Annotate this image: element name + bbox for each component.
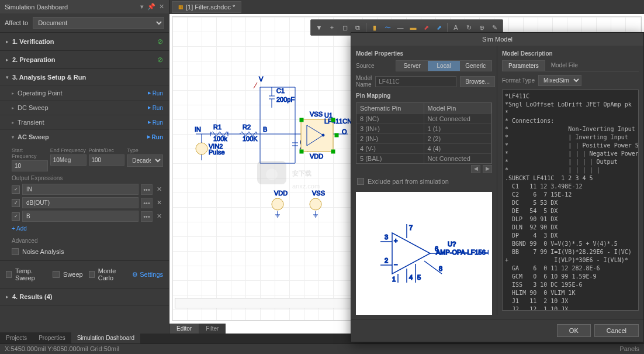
rotate-icon[interactable]: ↻ [463,22,475,33]
source-local-button[interactable]: Local [428,61,459,71]
table-row[interactable]: 8 (NC)Not Connected [356,114,491,123]
remove-button[interactable]: ✕ [155,212,163,220]
model-name-input[interactable] [375,76,456,87]
svg-text:2: 2 [385,257,388,264]
svg-text:+: + [394,237,397,244]
analysis-ac-sweep[interactable]: ▾ AC Sweep Run [0,129,169,144]
svg-text:Pulse: Pulse [209,149,225,156]
chevron-down-icon: ▾ [6,74,9,80]
tab-projects[interactable]: Projects [0,332,33,343]
expression-input[interactable]: B [22,211,139,222]
tab-properties[interactable]: Properties [33,332,71,343]
checkbox[interactable]: ✓ [12,185,20,194]
analysis-transient[interactable]: ▸ Transient Run [0,115,169,129]
square-icon[interactable]: ◻ [339,22,351,33]
schematic-drawing: IN R1 100k R2 100K C1 200pF C2 42pF [184,70,359,222]
checkbox[interactable]: ✓ [12,199,20,207]
next-tab-icon[interactable]: ▶ [483,165,492,173]
more-button[interactable]: ••• [141,198,153,208]
file-tab[interactable]: ▦ [1] Filter.schdoc * [172,1,241,13]
pin-icon[interactable]: ▾ [140,3,144,11]
svg-text:VDD: VDD [274,190,288,197]
end-freq-input[interactable] [50,154,86,166]
text-icon[interactable]: A [450,22,462,33]
svg-text:200pF: 200pF [276,96,295,103]
ruler-icon[interactable]: ▮ [369,22,380,33]
checkbox[interactable]: ✓ [12,212,20,221]
svg-text:VSS: VSS [312,190,325,197]
more-button[interactable]: ••• [141,211,153,222]
svg-rect-33 [335,133,338,137]
section-results[interactable]: ▸ 4. Results (4) [0,288,169,305]
chevron-right-icon: ▸ [12,91,14,96]
trace-icon[interactable]: ⬈ [433,22,445,33]
ok-button[interactable]: OK [557,324,591,337]
cancel-button[interactable]: Cancel [594,324,639,337]
minus-icon[interactable]: — [394,22,406,33]
svg-point-26 [322,134,324,136]
double-square-icon[interactable]: ⧉ [352,22,363,33]
tab-filter[interactable]: Filter [199,324,226,334]
remove-button[interactable]: ✕ [155,199,163,207]
source-server-button[interactable]: Server [396,61,428,71]
rect-icon[interactable]: ▬ [407,22,419,33]
temp-sweep-checkbox[interactable]: Temp. Sweep [6,266,47,283]
model-text-area[interactable]: *LF411C *Sngl LoOffset LoDrift JFET OpAm… [502,90,639,311]
run-button[interactable]: Run [147,134,163,140]
svg-text:R2: R2 [243,123,251,130]
table-row[interactable]: 5 (BAL)Not Connected [356,153,491,163]
settings-button[interactable]: ⚙Settings [132,271,163,279]
tab-parameters[interactable]: Parameters [502,60,545,71]
table-row[interactable]: 2 (IN-)2 (2) [356,133,491,143]
svg-text:8: 8 [439,265,442,272]
svg-text:VSS: VSS [310,111,323,118]
noise-analysis-checkbox[interactable]: Noise Analysis [12,246,163,257]
svg-text:4: 4 [409,274,413,281]
exclude-checkbox[interactable]: Exclude part from simulation [356,174,492,188]
svg-rect-31 [300,150,303,153]
run-button[interactable]: Run [148,105,163,111]
prev-tab-icon[interactable]: ◀ [471,165,480,173]
wave-icon[interactable]: 〜 [382,22,393,33]
analysis-dc-sweep[interactable]: ▸ DC Sweep Run [0,100,169,115]
expression-input[interactable]: dB(OUT) [22,197,139,208]
check-icon: ⊘ [157,37,163,46]
analysis-operating-point[interactable]: ▸ Operating Point Run [0,85,169,100]
tab-editor[interactable]: Editor [169,324,199,334]
svg-point-37 [196,143,207,154]
panels-button[interactable]: Panels [619,345,639,353]
monte-carlo-checkbox[interactable]: Monte Carlo [89,266,127,283]
more-button[interactable]: ••• [141,184,153,195]
format-type-select[interactable]: MixedSim [538,75,581,86]
remove-button[interactable]: ✕ [155,185,163,193]
run-button[interactable]: Run [148,90,163,97]
filter-icon[interactable]: ▼ [313,22,325,33]
zoom-icon[interactable]: ⊕ [476,22,487,33]
chevron-right-icon: ▸ [6,39,9,44]
table-row[interactable]: 3 (IN+)1 (1) [356,123,491,133]
svg-text:R1: R1 [213,123,221,130]
tab-model-file[interactable]: Model File [545,60,584,71]
points-input[interactable] [89,154,125,166]
cursor-position: X:5450.000mil Y:6050.000mil Grid:50mil [5,345,119,353]
affect-dropdown[interactable]: Document [33,17,164,29]
source-generic-button[interactable]: Generic [460,61,491,71]
table-row[interactable]: 4 (V-)4 (4) [356,143,491,153]
section-verification[interactable]: ▸ 1. Verification ⊘ [0,33,169,50]
browse-button[interactable]: Browse... [460,76,495,87]
expression-row: ✓ B ••• ✕ [12,211,163,222]
plus-icon[interactable]: + [326,22,338,33]
section-analysis[interactable]: ▾ 3. Analysis Setup & Run [0,69,169,85]
tab-simulation-dashboard[interactable]: Simulation Dashboard [71,332,140,343]
start-freq-input[interactable] [12,160,48,171]
expression-input[interactable]: IN [22,184,139,195]
sweep-checkbox[interactable]: Sweep [53,269,83,280]
section-preparation[interactable]: ▸ 2. Preparation ⊘ [0,51,169,68]
run-button[interactable]: Run [148,119,163,126]
add-expression-button[interactable]: + Add [12,224,163,233]
cursor-icon[interactable]: ⬈ [420,22,432,33]
pencil-icon[interactable]: ✎ [489,22,500,33]
close-icon[interactable]: ✕ [159,3,164,11]
type-select[interactable]: Decade [127,154,163,167]
pin-icon[interactable]: 📌 [147,3,155,11]
